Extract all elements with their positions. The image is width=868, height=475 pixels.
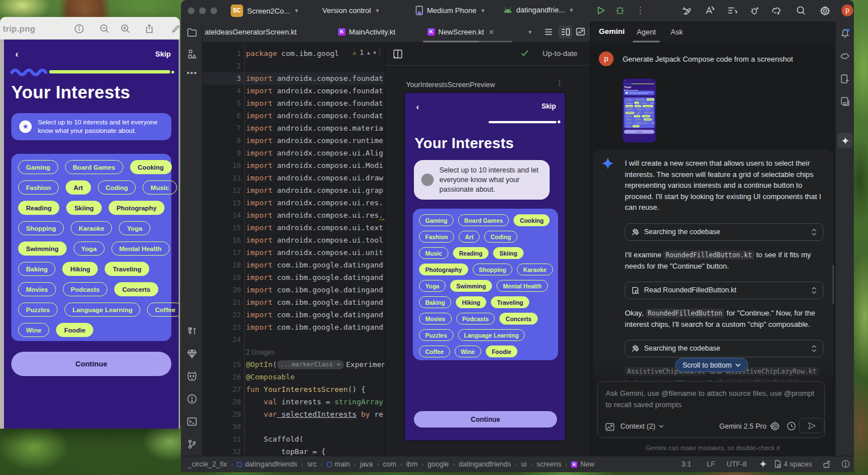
model-selector[interactable]: Gemini 2.5 Pro [719,422,775,430]
interest-chip-yoga[interactable]: Yoga [119,221,150,235]
interest-chip-hiking[interactable]: Hiking [62,262,98,276]
running-devices-icon[interactable] [840,74,850,84]
scroll-to-bottom-button[interactable]: Scroll to bottom [675,358,748,372]
interest-chip-baking[interactable]: Baking [419,296,451,308]
code-view-icon[interactable] [544,28,553,36]
ai-debug-icon[interactable] [750,6,760,15]
gemini-input-box[interactable]: Ask Gemini, use @filename to attach sour… [597,381,825,438]
breadcrumb-item[interactable]: _circle_2_fix [188,460,227,468]
settings-icon[interactable] [820,6,830,16]
interest-chip-puzzles[interactable]: Puzzles [419,329,454,341]
interest-chip-gaming[interactable]: Gaming [18,160,58,174]
interest-chip-skiing[interactable]: Skiing [66,201,102,215]
preview-view-icon[interactable] [576,27,585,36]
zoom-window-button[interactable] [210,7,217,14]
interest-chip-skiing[interactable]: Skiing [493,247,524,259]
interest-chip-karaoke[interactable]: Karaoke [517,264,552,275]
user-avatar[interactable]: p [841,5,853,16]
interest-chip-language-learning[interactable]: Language Learning [64,303,140,317]
interest-chip-music[interactable]: Music [142,180,177,195]
zoom-out-icon[interactable] [100,24,110,34]
context-selector[interactable]: Context (2) [620,422,664,430]
breadcrumb-item[interactable]: datingandfriends [237,460,297,468]
chat-scrollbar[interactable] [832,265,834,304]
interest-chip-movies[interactable]: Movies [18,282,56,296]
interest-chip-foodie[interactable]: Foodie [56,323,93,337]
interest-chip-music[interactable]: Music [419,247,448,259]
zoom-in-icon[interactable] [120,24,131,34]
interest-chip-reading[interactable]: Reading [453,247,489,259]
interest-chip-fashion[interactable]: Fashion [18,180,59,195]
interest-chip-swimming[interactable]: Swimming [450,280,493,292]
interest-chip-photography[interactable]: Photography [109,201,165,215]
notifications-icon[interactable] [840,28,850,39]
project-tool-icon[interactable] [187,27,197,38]
breadcrumb-item[interactable]: screens [537,460,562,468]
interest-chip-wine[interactable]: Wine [455,346,481,357]
indent-setting[interactable]: 4 spaces [784,460,812,468]
interest-chip-mental-health[interactable]: Mental Health [496,280,547,292]
breadcrumb-item[interactable]: datingandfriends [459,460,511,468]
inspections-widget[interactable]: ⚠1 ▲ ▼ [352,47,380,58]
search-icon[interactable] [796,6,806,16]
preview-options-icon[interactable]: ⋮ [556,79,563,87]
interest-chip-cooking[interactable]: Cooking [513,214,550,226]
run-config-selector[interactable]: datingandfrie... ▼ [503,6,574,14]
interest-chip-coffee[interactable]: Coffee [147,303,179,317]
attach-image-icon[interactable] [605,422,615,431]
run-button[interactable] [597,6,606,15]
breadcrumb-item[interactable]: google [427,460,449,468]
interest-chip-movies[interactable]: Movies [419,313,452,325]
interest-chip-board-games[interactable]: Board Games [458,214,509,226]
interest-chip-coding[interactable]: Coding [484,231,517,243]
close-window-button[interactable] [188,7,195,14]
tab-mainactivity[interactable]: K MainActivity.kt [338,21,395,42]
device-explorer-icon[interactable] [187,348,197,359]
terminal-tool-icon[interactable] [187,416,197,427]
background-tasks-icon[interactable] [841,460,850,468]
project-widget[interactable]: SC Screen2Co... ▼ [231,5,299,17]
layout-inspector-icon[interactable] [840,96,850,107]
interest-chip-art[interactable]: Art [459,231,480,243]
tool-call-card[interactable]: Searching the codebase [625,223,823,241]
interest-chip-photography[interactable]: Photography [419,264,468,275]
info-icon[interactable] [74,24,84,34]
breadcrumb-item[interactable]: ibm [406,460,417,468]
history-icon[interactable] [787,421,796,431]
interest-chip-podcasts[interactable]: Podcasts [63,282,107,296]
tool-call-card[interactable]: Read RoundedFilledButton.kt [625,282,823,299]
profiler-tool-icon[interactable] [187,371,197,382]
interest-chip-gaming[interactable]: Gaming [419,214,454,226]
breadcrumb-item[interactable]: src [307,460,317,468]
gemini-tool-icon[interactable] [840,51,850,62]
interest-chip-shopping[interactable]: Shopping [473,264,512,275]
hidden-tabs-chevron[interactable]: ▼ [528,29,533,35]
interest-chip-yoga[interactable]: Yoga [74,241,105,256]
breadcrumbs[interactable]: _circle_2_fix›datingandfriends›src›main›… [188,456,680,472]
edit-icon[interactable] [171,24,180,34]
interest-chip-hiking[interactable]: Hiking [456,296,486,308]
interest-chip-puzzles[interactable]: Puzzles [18,303,58,317]
tab-ask[interactable]: Ask [671,28,683,36]
split-view-icon[interactable] [559,25,572,38]
interest-chip-art[interactable]: Art [66,180,91,195]
prev-warning-icon[interactable]: ▲ [367,50,370,55]
sync-icon[interactable] [727,6,737,15]
device-selector[interactable]: Medium Phone ▼ [416,6,485,15]
interest-chip-concerts[interactable]: Concerts [499,313,538,325]
breadcrumb-item[interactable]: java [360,460,373,468]
problems-tool-icon[interactable] [187,394,197,404]
interest-chip-yoga[interactable]: Yoga [419,280,446,292]
interest-chip-coffee[interactable]: Coffee [419,346,450,357]
attachment-thumbnail[interactable]: ‹ Skip Your Interests ★ Select up to 10 … [623,79,656,142]
tab-newscreen[interactable]: K NewScreen.kt ✕ [427,21,494,42]
share-icon[interactable] [144,24,154,34]
structure-tool-icon[interactable] [187,49,197,59]
compose-preview-phone[interactable]: ‹ Skip Your Interests Select up to 10 in… [404,92,565,441]
next-warning-icon[interactable]: ▼ [373,50,376,55]
tab-dateideasgeneratorscreen[interactable]: ateldeasGeneratorScreen.kt [205,21,297,42]
vcs-widget[interactable]: Version control ▼ [322,6,380,15]
ai-sparkle-icon[interactable] [759,460,767,468]
interest-chip-traveling[interactable]: Traveling [491,296,529,308]
interest-chip-mental-health[interactable]: Mental Health [111,241,170,256]
